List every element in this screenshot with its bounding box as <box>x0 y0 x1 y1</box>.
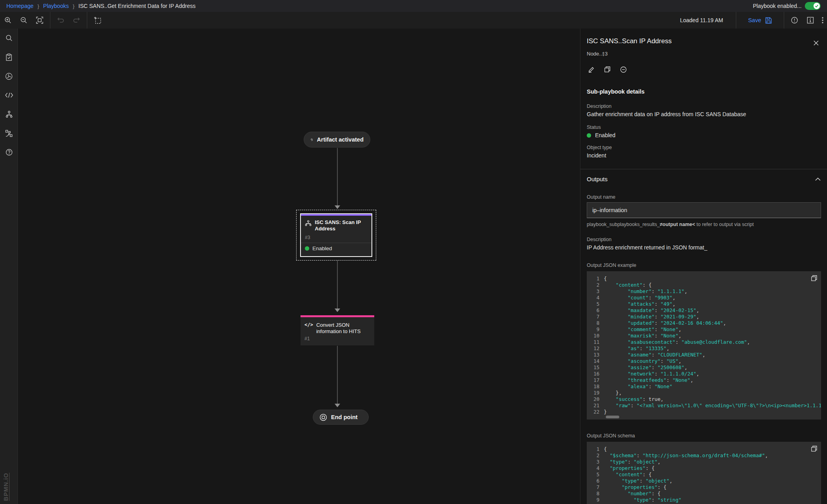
copy-icon[interactable] <box>811 275 817 281</box>
edit-pencil-icon[interactable] <box>587 65 596 74</box>
output-json-schema-code[interactable]: 1{2 "$schema": "http://json-schema.org/d… <box>587 442 821 504</box>
subplaybook-hierarchy-icon <box>305 220 312 227</box>
node-artifact-activated[interactable]: Artifact activated <box>304 132 370 148</box>
breadcrumb-bar: Homepage } Playbooks } ISC SANS..Get Enr… <box>0 0 827 12</box>
copy-icon[interactable] <box>811 446 817 452</box>
output-description-value: IP Address enrichment returned in JSON f… <box>587 244 821 251</box>
end-point-icon <box>320 414 327 421</box>
zoom-out-icon[interactable] <box>16 12 32 29</box>
code-node-icon: </> <box>304 322 313 335</box>
node-label: End point <box>331 414 358 420</box>
code-line: 8 "number": { <box>587 491 821 497</box>
code-line: 8 "updated": "2024-02-16 04:06:44", <box>587 320 821 326</box>
marquee-select-icon[interactable] <box>90 12 105 29</box>
status-value: Enabled <box>595 132 615 138</box>
node-details-panel: ISC SANS..Scan IP Address Node..‡3 Sub-p… <box>580 29 827 504</box>
chevron-up-icon[interactable] <box>815 178 821 181</box>
save-label: Save <box>748 17 761 23</box>
status-label: Status <box>587 125 821 130</box>
section-divider <box>580 169 827 169</box>
status-dot <box>305 246 309 251</box>
output-helper-text: playbook_subplaybooks_results_≠output na… <box>587 222 821 227</box>
remove-circle-minus-icon[interactable] <box>618 65 628 74</box>
alert-circle-icon[interactable] <box>787 12 802 29</box>
breadcrumb-homepage[interactable]: Homepage <box>6 3 34 9</box>
breadcrumb-separator: } <box>38 3 39 9</box>
horizontal-scrollbar-thumb[interactable] <box>606 416 619 418</box>
tasks-clipboard-icon[interactable] <box>0 48 18 67</box>
outputs-heading: Outputs <box>587 176 608 182</box>
code-line: 2 "$schema": "http://json-schema.org/dra… <box>587 452 821 459</box>
workflow-icon[interactable] <box>0 124 18 143</box>
zoom-in-icon[interactable] <box>0 12 16 29</box>
code-line: 7 "properties": { <box>587 484 821 491</box>
code-line: 1{ <box>587 446 821 452</box>
code-line: 13 "asname": "CLOUDFLARENET", <box>587 352 821 358</box>
code-line: 4 "count": "9903", <box>587 295 821 301</box>
node-number: #1 <box>301 335 374 344</box>
object-type-value: Incident <box>587 152 821 159</box>
toggle-check-icon <box>814 3 820 9</box>
panel-action-row <box>587 65 821 74</box>
redo-icon[interactable] <box>69 12 84 29</box>
code-line: 2 "content": { <box>587 282 821 288</box>
toolbar-divider <box>784 12 784 29</box>
code-line: 22} <box>587 409 821 415</box>
code-line: 6 "type": "object", <box>587 478 821 484</box>
info-square-icon[interactable] <box>802 12 818 29</box>
code-line: 9 "type": "string" <box>587 497 821 503</box>
search-icon[interactable] <box>0 29 18 48</box>
code-icon[interactable] <box>0 86 18 105</box>
duplicate-copy-icon[interactable] <box>603 65 612 74</box>
toolbar-divider <box>50 12 50 29</box>
code-line: 4 "properties": { <box>587 465 821 471</box>
integrations-icon[interactable] <box>0 67 18 86</box>
code-line: 16 "network": "1.1.1.0/24", <box>587 371 821 377</box>
save-floppy-icon <box>765 17 772 24</box>
output-json-example-code[interactable]: 1{2 "content": {3 "number": "1.1.1.1",4 … <box>587 271 821 420</box>
node-end-point[interactable]: End point <box>313 410 369 425</box>
code-line: 5 "attacks": "49", <box>587 301 821 307</box>
help-icon[interactable] <box>0 143 18 162</box>
code-line: 12 "as": "13335", <box>587 345 821 352</box>
code-line: 3 "number": "1.1.1.1", <box>587 288 821 295</box>
playbook-editor: Homepage } Playbooks } ISC SANS..Get Enr… <box>0 0 827 504</box>
node-title: ISC SANS: Scan IP Address <box>315 219 367 232</box>
edge-arrowhead <box>335 404 340 407</box>
code-line: 20 "success": true, <box>587 396 821 402</box>
fit-view-icon[interactable] <box>32 12 48 29</box>
node-subplaybook-card[interactable]: ISC SANS: Scan IP Address #3 Enabled <box>300 213 372 257</box>
node-status: Enabled <box>312 245 332 251</box>
code-line: 21 "raw": "<?xml version=\"1.0\" encodin… <box>587 402 821 409</box>
hierarchy-icon[interactable] <box>0 105 18 124</box>
fingerprint-icon <box>310 136 313 144</box>
edge-sub-to-code <box>337 261 338 309</box>
toolbar-divider <box>736 12 736 29</box>
output-name-input[interactable] <box>587 202 821 218</box>
code-line: 3 "type": "object", <box>587 459 821 465</box>
playbook-canvas[interactable]: Artifact activated ISC SANS: Scan IP Add… <box>18 29 580 504</box>
close-icon[interactable] <box>811 38 821 48</box>
description-value: Gather enrichment data on IP address fro… <box>587 111 821 117</box>
save-button[interactable]: Save <box>739 12 781 29</box>
code-line: 17 "threatfeeds": "None", <box>587 377 821 383</box>
breadcrumb-playbooks[interactable]: Playbooks <box>43 3 69 9</box>
edge-arrowhead <box>335 309 340 312</box>
loaded-timestamp: Loaded 11.19 AM <box>670 17 733 23</box>
kebab-menu-icon[interactable] <box>818 12 827 29</box>
toolbar-divider <box>87 12 87 29</box>
breadcrumb-separator: } <box>73 3 74 9</box>
code-line: 9 "comment": "None", <box>587 326 821 333</box>
code-line: 7 "mindate": "2021-09-29", <box>587 314 821 320</box>
undo-icon[interactable] <box>53 12 69 29</box>
node-convert-json[interactable]: </> Convert JSON information to HITS #1 <box>301 315 374 345</box>
node-subplaybook-selection[interactable]: ISC SANS: Scan IP Address #3 Enabled <box>296 210 376 261</box>
code-line: 1{ <box>587 276 821 282</box>
node-label: Artifact activated <box>317 136 364 143</box>
edge-start-to-sub <box>337 148 338 206</box>
output-json-schema-label: Output JSON schema <box>587 433 821 439</box>
playbook-enabled-toggle[interactable] <box>805 2 821 10</box>
outputs-section-header[interactable]: Outputs <box>587 176 821 182</box>
code-line: 15 "assize": "2500608", <box>587 364 821 371</box>
object-type-label: Object type <box>587 145 821 150</box>
